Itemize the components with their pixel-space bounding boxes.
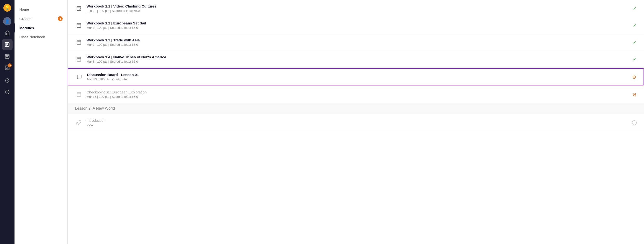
sidebar-grades-label: Grades xyxy=(19,17,31,21)
help-nav-button[interactable] xyxy=(2,87,12,97)
item-content-1: Workbook 1.1 | Video: Clashing Cultures … xyxy=(86,4,630,13)
item-title-2: Workbook 1.2 | Europeans Set Sail xyxy=(86,21,630,25)
item-meta-4: Mar 8 | 100 pts | Scored at least 65.0 xyxy=(86,60,630,63)
workbook-icon-1 xyxy=(75,5,83,12)
svg-rect-19 xyxy=(77,6,81,11)
module-item-workbook-1-4[interactable]: Workbook 1.4 | Native Tribes of North Am… xyxy=(68,51,644,68)
item-title-3: Workbook 1.3 | Trade with Asia xyxy=(86,38,630,42)
workbook-icon-4 xyxy=(75,56,83,63)
item-title-1: Workbook 1.1 | Video: Clashing Cultures xyxy=(86,4,630,8)
item-title-7: Introduction xyxy=(86,118,630,122)
item-title-5: Discussion Board - Lesson 01 xyxy=(87,73,629,77)
module-item-workbook-1-1[interactable]: Workbook 1.1 | Video: Clashing Cultures … xyxy=(68,0,644,17)
reports-badge: 13 xyxy=(8,63,12,67)
timer-icon xyxy=(4,78,10,83)
sidebar-modules-label: Modules xyxy=(19,26,34,30)
item-status-1: ✓ xyxy=(630,6,637,11)
logo-button[interactable]: 💡 xyxy=(2,3,12,13)
grades-badge: 4 xyxy=(58,16,62,21)
workbook-icon-2 xyxy=(75,22,83,29)
svg-rect-31 xyxy=(77,92,81,96)
assignments-icon xyxy=(4,42,10,47)
module-list: Workbook 1.1 | Video: Clashing Cultures … xyxy=(68,0,644,131)
svg-rect-28 xyxy=(77,57,81,61)
svg-rect-8 xyxy=(6,56,7,57)
svg-point-14 xyxy=(6,79,9,83)
home-icon xyxy=(4,30,10,36)
calendar-nav-button[interactable] xyxy=(2,51,12,62)
module-item-discussion-board[interactable]: Discussion Board - Lesson 01 Mar 13 | 10… xyxy=(68,68,644,85)
minus-circle-5: ⊖ xyxy=(632,74,636,80)
item-status-6: ⊖ xyxy=(630,92,637,97)
item-status-3: ✓ xyxy=(630,40,637,45)
module-item-workbook-1-3[interactable]: Workbook 1.3 | Trade with Asia Mar 3 | 1… xyxy=(68,34,644,51)
svg-rect-25 xyxy=(77,40,81,44)
module-item-introduction[interactable]: Introduction View xyxy=(68,114,644,131)
sidebar-home-label: Home xyxy=(19,7,29,11)
item-meta-6: Mar 15 | 100 pts | Score at least 65.0 xyxy=(86,95,630,99)
item-title-6: Checkpoint 01: European Exploration xyxy=(86,90,630,94)
item-status-7 xyxy=(630,120,637,125)
item-title-4: Workbook 1.4 | Native Tribes of North Am… xyxy=(86,55,630,59)
workbook-icon-3 xyxy=(75,39,83,46)
discussion-icon xyxy=(76,73,83,81)
item-meta-5: Mar 13 | 100 pts | Contribute xyxy=(87,78,629,81)
item-meta-3: Mar 3 | 100 pts | Scored at least 65.0 xyxy=(86,43,630,47)
icon-bar: 💡 👤 xyxy=(0,0,14,244)
sidebar-item-grades[interactable]: Grades 4 xyxy=(14,14,68,24)
assignments-nav-button[interactable] xyxy=(2,39,12,50)
minus-circle-6: ⊖ xyxy=(633,92,637,97)
module-item-checkpoint-01[interactable]: Checkpoint 01: European Exploration Mar … xyxy=(68,86,644,103)
section-header-lesson-2: Lesson 2: A New World xyxy=(68,103,644,114)
sidebar-class-notebook-label: Class Notebook xyxy=(19,35,45,39)
sidebar-item-home[interactable]: Home xyxy=(14,5,68,14)
sidebar: Home Grades 4 Modules Class Notebook xyxy=(14,0,68,244)
svg-rect-9 xyxy=(7,56,8,57)
main-content: Workbook 1.1 | Video: Clashing Cultures … xyxy=(68,0,644,244)
item-content-7: Introduction View xyxy=(86,118,630,127)
svg-rect-22 xyxy=(77,23,81,27)
sidebar-item-modules[interactable]: Modules xyxy=(14,24,68,33)
link-icon xyxy=(75,119,83,127)
module-item-workbook-1-2[interactable]: Workbook 1.2 | Europeans Set Sail Mar 1 … xyxy=(68,17,644,34)
sidebar-item-class-notebook[interactable]: Class Notebook xyxy=(14,33,68,41)
help-icon xyxy=(4,89,10,95)
logo-icon: 💡 xyxy=(4,4,11,12)
section-title-lesson-2: Lesson 2: A New World xyxy=(75,106,115,111)
calendar-icon xyxy=(4,54,10,59)
timer-nav-button[interactable] xyxy=(2,75,12,86)
check-icon-3: ✓ xyxy=(633,40,637,45)
item-content-6: Checkpoint 01: European Exploration Mar … xyxy=(86,90,630,99)
home-nav-button[interactable] xyxy=(2,28,12,38)
item-status-5: ⊖ xyxy=(629,74,636,80)
item-meta-2: Mar 1 | 100 pts | Scored at least 65.0 xyxy=(86,26,630,30)
item-content-2: Workbook 1.2 | Europeans Set Sail Mar 1 … xyxy=(86,21,630,30)
item-status-4: ✓ xyxy=(630,56,637,62)
empty-circle-7 xyxy=(632,120,637,125)
item-meta-7: View xyxy=(86,123,630,127)
check-icon-4: ✓ xyxy=(633,56,637,62)
avatar-button[interactable]: 👤 xyxy=(2,16,12,27)
item-content-5: Discussion Board - Lesson 01 Mar 13 | 10… xyxy=(87,73,629,81)
item-content-3: Workbook 1.3 | Trade with Asia Mar 3 | 1… xyxy=(86,38,630,47)
item-status-2: ✓ xyxy=(630,23,637,28)
checkpoint-icon xyxy=(75,91,83,98)
check-icon-2: ✓ xyxy=(633,23,637,28)
user-avatar: 👤 xyxy=(3,17,11,26)
check-icon-1: ✓ xyxy=(633,6,637,11)
item-meta-1: Feb 28 | 100 pts | Scored at least 65.0 xyxy=(86,9,630,13)
reports-nav-button[interactable]: 13 xyxy=(2,63,12,73)
item-content-4: Workbook 1.4 | Native Tribes of North Am… xyxy=(86,55,630,63)
